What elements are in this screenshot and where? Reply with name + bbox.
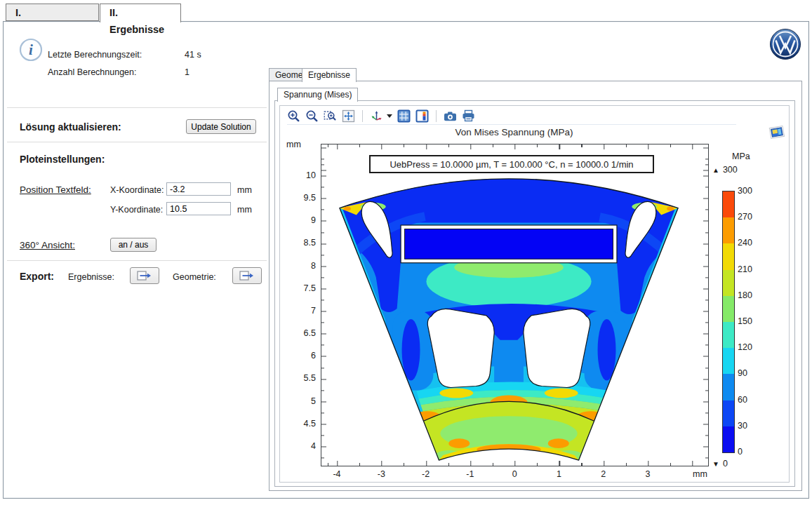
export-geometry-label: Geometrie: — [173, 272, 216, 282]
stress-surface-plot — [321, 144, 707, 464]
export-icon — [137, 270, 152, 281]
colorbar-band — [723, 191, 734, 217]
colorbar-min-marker: ▼ 0 — [712, 459, 728, 469]
computation-count-value: 1 — [185, 67, 189, 77]
colorbar-tick-label: 150 — [738, 316, 761, 327]
toolbar-separator — [436, 110, 437, 122]
y-tick-label: 8.5 — [288, 237, 316, 248]
y-coordinate-label: Y-Koordinate: — [110, 205, 163, 215]
y-tick-label: 4.5 — [288, 418, 316, 429]
colorbar-max-marker: ▲ 300 — [712, 165, 738, 175]
zoom-extents-icon[interactable] — [342, 109, 355, 123]
plot-title: Von Mises Spannung (MPa) — [321, 127, 707, 137]
last-computation-value: 41 s — [185, 50, 201, 60]
y-coordinate-unit: mm — [237, 205, 252, 215]
computation-count-label: Anzahl Berechnungen: — [48, 67, 136, 77]
colorbar-band — [723, 217, 734, 243]
y-tick-label: 7 — [288, 305, 316, 316]
x-tick-label: 3 — [634, 469, 662, 480]
update-solution-button[interactable]: Update Solution — [186, 119, 256, 134]
colorbar-tick-label: 0 — [738, 446, 761, 457]
colorbar-tick-label: 90 — [738, 368, 761, 379]
min-triangle-icon: ▼ — [712, 460, 719, 468]
colorbar-band — [723, 400, 734, 426]
colorbar-band — [723, 270, 734, 296]
x-axis-minor-ticks — [321, 463, 708, 466]
colorbar-tick-label: 60 — [738, 394, 761, 405]
export-geometry-button[interactable] — [232, 267, 262, 284]
y-tick-label: 10 — [288, 170, 316, 181]
colorbar-band — [723, 348, 734, 374]
x-tick-label: 0 — [500, 469, 528, 480]
colorbar-tick-label: 120 — [738, 342, 761, 353]
y-tick-label: 8 — [288, 260, 316, 271]
colorbar-band — [723, 322, 734, 348]
colorbar-tick-label: 30 — [738, 420, 761, 431]
y-tick-label: 9 — [288, 215, 316, 226]
colorbar-tick-label: 210 — [738, 264, 761, 275]
export-results-label: Ergebnisse: — [68, 272, 114, 282]
plot-settings-heading: Ploteinstellungen: — [20, 154, 105, 165]
colorbar-tick-label: 270 — [738, 211, 761, 222]
x-coordinate-unit: mm — [237, 185, 252, 195]
divider — [7, 260, 267, 261]
colorbar-tick-label: 240 — [738, 237, 761, 248]
x-tick-label: 2 — [590, 469, 618, 480]
zoom-in-icon[interactable] — [287, 109, 300, 123]
results-tab-ergebnisse[interactable]: Ergebnisse — [302, 68, 357, 82]
y-axis-unit-label: mm — [286, 140, 301, 149]
plot-area[interactable]: UebPress = 10.0000 µm, T = 100.000 °C, n… — [321, 144, 709, 466]
color-legend-toggle-icon[interactable] — [415, 109, 429, 123]
tab-modellaufbau[interactable]: I. Modellaufbau — [6, 4, 99, 21]
zoom-out-icon[interactable] — [305, 109, 319, 123]
y-tick-label: 9.5 — [288, 192, 316, 203]
x-coordinate-input[interactable] — [166, 182, 231, 196]
zoom-to-selection-icon[interactable] — [324, 109, 337, 123]
x-axis-unit-label: mm — [693, 469, 707, 479]
y-axis-minor-ticks-right — [705, 144, 708, 466]
update-solution-label: Lösung aktualisieren: — [20, 121, 121, 133]
textfield-position-label: Position Textfeld: — [20, 184, 91, 195]
grid-toggle-icon[interactable] — [397, 109, 411, 123]
last-computation-label: Letzte Berechnungszeit: — [48, 50, 142, 60]
y-coordinate-input[interactable] — [166, 202, 231, 215]
divider — [7, 142, 267, 142]
colorbar — [722, 191, 735, 453]
view-orientation-dropdown-icon[interactable] — [387, 114, 392, 118]
svg-text:i: i — [29, 41, 33, 58]
colorbar-tick-labels: 3002702402101801501209060300 — [738, 185, 761, 457]
view360-toggle-button[interactable]: an / aus — [110, 238, 157, 252]
x-tick-label: -1 — [456, 469, 484, 480]
snapshot-camera-icon[interactable] — [444, 109, 457, 123]
parameter-annotation-box: UebPress = 10.0000 µm, T = 100.000 °C, n… — [369, 155, 654, 173]
print-icon[interactable] — [462, 109, 475, 123]
y-tick-label: 5.5 — [288, 372, 316, 384]
plot-tab-spannung-mises[interactable]: Spannung (Mises) — [277, 88, 358, 102]
x-tick-label: -4 — [323, 469, 351, 480]
x-tick-label: -3 — [367, 469, 395, 480]
info-icon: i — [19, 38, 43, 62]
plot-thumbnail-icon[interactable] — [768, 124, 786, 140]
y-tick-label: 6 — [288, 350, 316, 361]
x-axis-tick-labels: -4-3-2-10123 — [323, 469, 662, 480]
export-icon — [239, 270, 255, 281]
y-tick-label: 5 — [288, 396, 316, 407]
export-results-button[interactable] — [130, 267, 159, 284]
colorbar-unit-label: MPa — [732, 152, 750, 161]
graphics-canvas[interactable]: Von Mises Spannung (MPa) — [280, 106, 789, 482]
view-orientation-icon[interactable] — [370, 109, 383, 123]
x-axis-minor-ticks-top — [321, 144, 708, 147]
vw-logo — [769, 28, 801, 60]
toolbar-separator — [362, 110, 363, 122]
tab-ergebnisse[interactable]: II. Ergebnisse — [100, 4, 181, 22]
x-coordinate-label: X-Koordinate: — [110, 185, 164, 195]
colorbar-max-value: 300 — [723, 165, 738, 175]
y-axis-minor-ticks — [321, 144, 324, 466]
view360-label: 360° Ansicht: — [20, 240, 75, 250]
export-label: Export: — [20, 271, 54, 282]
app-window: I. Modellaufbau II. Ergebnisse i Letzte … — [0, 0, 812, 505]
y-axis-tick-labels: 109.598.587.576.565.554.54 — [288, 170, 316, 452]
colorbar-band — [723, 243, 734, 269]
plot-toolbar — [287, 108, 736, 125]
colorbar-tick-label: 180 — [738, 290, 761, 301]
